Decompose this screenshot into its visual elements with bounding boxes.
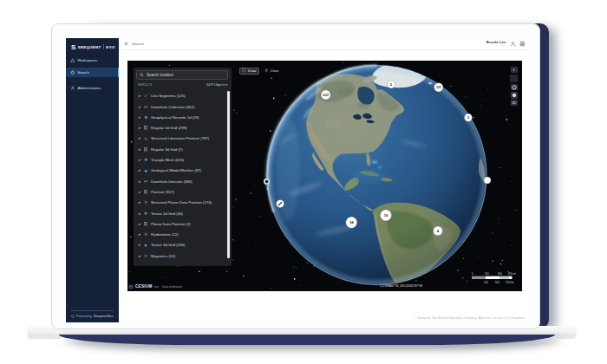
svg-text:335: 335 — [436, 85, 441, 88]
svg-text:500: 500 — [495, 280, 499, 283]
svg-text:0: 0 — [472, 272, 473, 276]
svg-text:250: 250 — [484, 280, 488, 283]
svg-text:750 km: 750 km — [506, 280, 514, 283]
svg-text:470 mi: 470 mi — [508, 272, 516, 276]
svg-text:i: i — [73, 315, 74, 317]
svg-text:34: 34 — [349, 220, 354, 224]
svg-text:16: 16 — [384, 212, 388, 217]
svg-text:1027: 1027 — [323, 93, 330, 96]
svg-text:150: 150 — [485, 272, 489, 276]
svg-text:300: 300 — [498, 272, 502, 276]
